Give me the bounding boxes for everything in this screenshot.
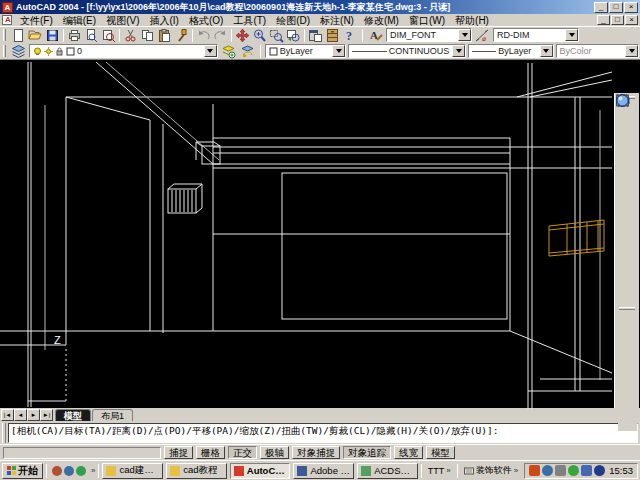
- status-toggle-线宽[interactable]: 线宽: [394, 446, 423, 459]
- deco-toolbar-label[interactable]: 装饰软件: [476, 464, 512, 477]
- tab-scroll-button[interactable]: ◄: [14, 409, 27, 421]
- menu-文件[interactable]: 文件(F): [15, 14, 58, 27]
- dim-style-icon[interactable]: ⌀: [474, 28, 491, 43]
- quicklaunch-icon-3[interactable]: [76, 466, 86, 476]
- view-toolbar-sphere-icon-7[interactable]: [618, 220, 637, 237]
- doc-minimize-button[interactable]: _: [597, 15, 610, 25]
- status-toggle-模型[interactable]: 模型: [426, 446, 455, 459]
- text-style-icon[interactable]: A: [367, 28, 384, 43]
- menu-标注[interactable]: 标注(N): [315, 14, 359, 27]
- tray-icon-4[interactable]: [568, 465, 579, 476]
- toolbar-grip[interactable]: [619, 307, 635, 310]
- text-style-combo[interactable]: DIM_FONT: [386, 28, 472, 42]
- cut-icon[interactable]: [122, 28, 139, 43]
- quicklaunch-icon-1[interactable]: [52, 466, 62, 476]
- view-toolbar-runner-icon-11[interactable]: [618, 288, 637, 305]
- layer-combo[interactable]: 0: [29, 44, 218, 58]
- open-icon[interactable]: [27, 28, 44, 43]
- view-toolbar-cube-icon-3[interactable]: [618, 152, 637, 169]
- doc-close-button[interactable]: ×: [625, 15, 638, 25]
- selected-object[interactable]: [549, 220, 604, 256]
- status-toggle-极轴[interactable]: 极轴: [260, 446, 289, 459]
- view-toolbar-cube-icon-5[interactable]: [618, 186, 637, 203]
- toolbar-grip[interactable]: [3, 45, 6, 57]
- tray-icon-3[interactable]: [555, 465, 566, 476]
- menu-工具[interactable]: 工具(T): [228, 14, 271, 27]
- copy-icon[interactable]: [139, 28, 156, 43]
- print-icon[interactable]: [66, 28, 83, 43]
- make-object-layer-icon[interactable]: [220, 44, 237, 59]
- task-button-ACDSee v3.1...[interactable]: ACDSee v3.1...: [357, 463, 418, 479]
- view-toolbar-sphere-icon-8[interactable]: [618, 237, 637, 254]
- menu-编辑[interactable]: 编辑(E): [58, 14, 101, 27]
- quicklaunch-icon-2[interactable]: [64, 466, 74, 476]
- layer-on-bulb-icon[interactable]: [33, 47, 42, 56]
- plotstyle-dropdown-button[interactable]: [625, 45, 638, 57]
- view-toolbar-cube-icon-1[interactable]: [618, 118, 637, 135]
- find-icon[interactable]: [100, 28, 117, 43]
- menu-格式[interactable]: 格式(O): [184, 14, 228, 27]
- status-toggle-正交[interactable]: 正交: [228, 446, 257, 459]
- status-toggle-栅格[interactable]: 栅格: [196, 446, 225, 459]
- shade-toolbar-select-icon-1[interactable]: [618, 329, 637, 346]
- pan-icon[interactable]: [234, 28, 251, 43]
- shade-toolbar-sphere-icon-6[interactable]: [618, 414, 637, 431]
- view-toolbar-cube-icon-2[interactable]: [618, 135, 637, 152]
- dim-style-dropdown-button[interactable]: [565, 29, 578, 41]
- window-maximize-button[interactable]: □: [609, 2, 623, 13]
- color-combo[interactable]: ByLayer: [265, 44, 346, 58]
- toolbar-grip[interactable]: [3, 29, 6, 41]
- deco-software-toolbar[interactable]: 装饰软件 »: [461, 464, 521, 477]
- tray-icon-5[interactable]: [581, 465, 592, 476]
- view-toolbar-sphere-icon-10[interactable]: [618, 271, 637, 288]
- start-button[interactable]: 开始: [2, 463, 43, 479]
- props-icon[interactable]: [307, 28, 324, 43]
- preview-icon[interactable]: [83, 28, 100, 43]
- save-icon[interactable]: [44, 28, 61, 43]
- tab-scroll-button[interactable]: ►|: [40, 409, 53, 421]
- task-button-cad建模教程...[interactable]: cad建模教程...: [102, 463, 163, 479]
- tray-icon-6[interactable]: [594, 465, 605, 476]
- shade-toolbar-wirecube-icon-2[interactable]: [618, 346, 637, 363]
- status-toggle-捕捉[interactable]: 捕捉: [164, 446, 193, 459]
- shade-toolbar-cube-icon-5[interactable]: [618, 397, 637, 414]
- shade-toolbar-image-icon-0[interactable]: [618, 312, 637, 329]
- status-toggle-对象追踪[interactable]: 对象追踪: [343, 446, 391, 459]
- color-dropdown-button[interactable]: [332, 45, 345, 57]
- view-toolbar-sphere-icon-9[interactable]: [618, 254, 637, 271]
- language-chevron-icon[interactable]: »: [446, 466, 450, 475]
- command-input[interactable]: [相机(CA)/目标(TA)/距离(D)/点(PO)/平移(PA)/缩放(Z)/…: [8, 423, 638, 443]
- redo-icon[interactable]: [212, 28, 229, 43]
- zoom-icon[interactable]: [251, 28, 268, 43]
- language-bar[interactable]: TTT »: [425, 466, 454, 476]
- menu-窗口[interactable]: 窗口(W): [404, 14, 450, 27]
- help-icon[interactable]: ?: [341, 28, 358, 43]
- doc-restore-button[interactable]: □: [611, 15, 624, 25]
- linetype-combo[interactable]: CONTINUOUS: [348, 44, 466, 58]
- status-toggle-对象捕捉[interactable]: 对象捕捉: [292, 446, 340, 459]
- command-window-grip[interactable]: [2, 423, 6, 443]
- menu-帮助[interactable]: 帮助(H): [450, 14, 494, 27]
- shade-toolbar-sphere-icon-4[interactable]: [618, 380, 637, 397]
- undo-icon[interactable]: [195, 28, 212, 43]
- tab-scroll-button[interactable]: |◄: [1, 409, 14, 421]
- tray-icon-1[interactable]: [529, 465, 540, 476]
- menu-插入[interactable]: 插入(I): [144, 14, 183, 27]
- linetype-dropdown-button[interactable]: [452, 45, 465, 57]
- dim-style-combo[interactable]: RD-DIM: [493, 28, 579, 42]
- layer-previous-icon[interactable]: [239, 44, 256, 59]
- new-icon[interactable]: [10, 28, 27, 43]
- view-toolbar-cube-icon-6[interactable]: [618, 203, 637, 220]
- window-close-button[interactable]: ×: [624, 2, 638, 13]
- quicklaunch-chevron-icon[interactable]: »: [91, 466, 95, 475]
- tab-scroll-button[interactable]: ►: [27, 409, 40, 421]
- lineweight-combo[interactable]: ByLayer: [468, 44, 553, 58]
- menu-绘图[interactable]: 绘图(D): [271, 14, 315, 27]
- task-button-AutoCAD 200...[interactable]: AutoCAD 200...: [230, 463, 291, 479]
- zoomprev-icon[interactable]: [285, 28, 302, 43]
- view-toolbar-cube-icon-4[interactable]: [618, 169, 637, 186]
- window-minimize-button[interactable]: _: [594, 2, 608, 13]
- language-indicator[interactable]: TTT: [428, 466, 445, 476]
- tray-icon-2[interactable]: [542, 465, 553, 476]
- matchprops-icon[interactable]: [173, 28, 190, 43]
